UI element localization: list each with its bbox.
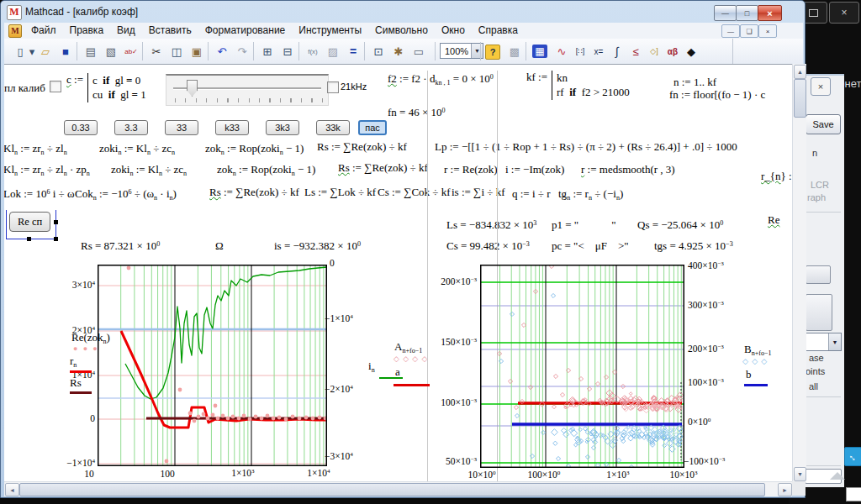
- print-icon[interactable]: ▤: [82, 42, 100, 60]
- scroll-left-icon[interactable]: ◄: [5, 483, 19, 496]
- math-region[interactable]: is = −932.382 × 100: [274, 239, 361, 253]
- mdi-minimize-button[interactable]: —: [721, 24, 740, 38]
- scroll-right-icon[interactable]: ►: [778, 483, 792, 496]
- preset-button-33k[interactable]: 33k: [316, 120, 350, 135]
- math-region[interactable]: Cokn := −106 ÷ (ωn · in): [75, 187, 177, 201]
- paste-special-icon[interactable]: ▩: [505, 42, 524, 60]
- close-button[interactable]: ×: [758, 5, 782, 21]
- math-region[interactable]: p1 = " ": [552, 218, 615, 232]
- math-region[interactable]: r := Re(zok): [444, 163, 498, 176]
- preset-button-k33[interactable]: k33: [215, 120, 249, 135]
- mdi-close-button[interactable]: ×: [758, 24, 777, 38]
- math-region[interactable]: 21kHz: [341, 81, 367, 92]
- menu-1[interactable]: Правка: [63, 23, 111, 39]
- wizard-icon[interactable]: ✱: [389, 42, 408, 60]
- menu-3[interactable]: Вставить: [142, 23, 198, 39]
- selection-handle[interactable]: [54, 237, 58, 241]
- copy-icon[interactable]: ◫: [167, 42, 186, 60]
- bold-equals-icon[interactable]: =: [344, 42, 362, 60]
- math-region[interactable]: ◇ ◇ ◇: [742, 357, 768, 365]
- math-region[interactable]: zokin := Kln ÷ zcn: [99, 142, 175, 155]
- math-region[interactable]: tgn := rn ÷ (−in): [558, 187, 623, 201]
- math-region[interactable]: Cs = 99.482 × 10−3: [446, 239, 530, 253]
- horizontal-scrollbar[interactable]: ◄ ►: [4, 481, 792, 496]
- menu-0[interactable]: Файл: [24, 23, 63, 39]
- math-region[interactable]: r := medsmooth(r , 3): [581, 163, 675, 176]
- math-region[interactable]: zokin := Kln ÷ zcn: [111, 163, 187, 176]
- math-region[interactable]: zokn := Rop(zokin − 1): [217, 163, 315, 176]
- math-region[interactable]: Bn+fo−1: [744, 343, 772, 356]
- redo-icon[interactable]: ↷: [233, 42, 251, 60]
- greek-palette-icon[interactable]: αβ: [663, 42, 682, 60]
- math-region[interactable]: Rs = 87.321 × 100: [81, 239, 160, 253]
- symbolic-palette-icon[interactable]: ◆: [682, 42, 700, 60]
- selection-handle[interactable]: [54, 220, 58, 224]
- preset-button-3.3[interactable]: 3.3: [114, 120, 148, 135]
- math-region[interactable]: Lp := −[[1 ÷ (1 ÷ Rop + 1 ÷ Rs) ÷ (π ÷ 2…: [435, 140, 737, 154]
- math-region[interactable]: tgs = 4.925 × 10−3: [654, 239, 733, 253]
- paste-icon[interactable]: ▣: [188, 42, 206, 60]
- selection-handle[interactable]: [27, 237, 31, 241]
- math-region[interactable]: Kln := zrn ÷ zln · zpn: [4, 163, 90, 176]
- lcr-button[interactable]: [806, 265, 831, 284]
- boolean-palette-icon[interactable]: ≤: [626, 42, 645, 60]
- mdi-restore-button[interactable]: ❏: [740, 24, 758, 38]
- slider-control[interactable]: [166, 74, 329, 106]
- program-region[interactable]: c :=c if gl = 0cu if gl = 1: [66, 73, 146, 102]
- math-region[interactable]: zokn := Rop(zokin − 1): [205, 142, 304, 155]
- menu-2[interactable]: Вид: [110, 23, 142, 39]
- scroll-down-icon[interactable]: ▼: [794, 467, 806, 481]
- preset-button-33[interactable]: 33: [165, 120, 198, 135]
- component-icon[interactable]: ⊡: [369, 42, 388, 60]
- open-icon[interactable]: ▱: [36, 42, 55, 60]
- lcr-option-all[interactable]: all: [809, 381, 818, 391]
- math-region[interactable]: Rs := ∑Re(zok) ÷ kf: [317, 140, 407, 154]
- math-region[interactable]: q := i ÷ r: [512, 187, 551, 201]
- rectangle-icon[interactable]: ▭: [409, 42, 428, 60]
- math-region[interactable]: Qs = −25.064 × 100: [637, 218, 723, 232]
- menu-7[interactable]: Окно: [435, 23, 472, 39]
- insert-unit-icon[interactable]: ▨: [324, 42, 342, 60]
- preset-button-пас[interactable]: пас: [358, 120, 387, 135]
- re-spl-button[interactable]: Re сп: [9, 212, 50, 232]
- math-region[interactable]: Ω: [215, 239, 224, 253]
- cut-icon[interactable]: ✂: [147, 42, 166, 60]
- math-region[interactable]: fn := floor[(fo − 1) · c: [669, 88, 765, 102]
- hscroll-thumb[interactable]: [19, 483, 765, 496]
- print-preview-icon[interactable]: ▧: [102, 42, 120, 60]
- math-region[interactable]: r_{n} :=: [761, 170, 792, 183]
- menu-4[interactable]: Форматирование: [198, 23, 293, 39]
- chart-right[interactable]: [480, 265, 684, 468]
- resize-arrows-icon[interactable]: ↔: [844, 447, 861, 466]
- math-region[interactable]: Cs := ∑Cok ÷ kf: [378, 186, 451, 199]
- save-icon[interactable]: ■: [56, 42, 75, 60]
- lcr-scroll-thumb[interactable]: [806, 294, 832, 331]
- maximize-button[interactable]: □: [736, 5, 758, 21]
- align-down-icon[interactable]: ⊟: [278, 42, 297, 60]
- lcr-save-button[interactable]: Save: [806, 114, 841, 134]
- math-region[interactable]: pc = "< μF >": [552, 239, 629, 253]
- calculator-palette-icon[interactable]: ▦: [532, 45, 547, 58]
- math-region[interactable]: rn: [70, 354, 77, 368]
- math-region[interactable]: b: [746, 368, 752, 381]
- math-region[interactable]: ◇ ◇ ◇ ◇: [394, 354, 428, 363]
- zoom-dropdown[interactable]: 100% ▼: [440, 43, 483, 59]
- minimize-button[interactable]: —: [714, 5, 737, 21]
- vertical-scrollbar[interactable]: ▲ ▼: [792, 64, 806, 481]
- math-region[interactable]: Re: [768, 213, 779, 227]
- lcr-option-points[interactable]: oints: [806, 366, 825, 376]
- checkbox-0[interactable]: [50, 81, 61, 92]
- math-region[interactable]: Rs := ∑Re(zok) ÷ kf: [209, 186, 299, 199]
- calculus-palette-icon[interactable]: ∫: [608, 42, 626, 60]
- programming-palette-icon[interactable]: ◇]: [645, 42, 663, 60]
- vscroll-thumb[interactable]: [794, 79, 806, 118]
- scroll-up-icon[interactable]: ▲: [794, 65, 806, 79]
- undo-icon[interactable]: ↶: [213, 42, 231, 60]
- menu-8[interactable]: Справка: [472, 23, 525, 39]
- align-across-icon[interactable]: ⊞: [258, 42, 277, 60]
- graph-palette-icon[interactable]: ∿: [552, 42, 571, 60]
- preset-button-3k3[interactable]: 3k3: [266, 120, 299, 135]
- math-region[interactable]: ● ● ●: [73, 344, 99, 353]
- lcr-option-phase[interactable]: ase: [809, 353, 824, 363]
- worksheet[interactable]: Re сп пл калиб21kHzf2 := f2 · dkn , 1 = …: [4, 64, 792, 482]
